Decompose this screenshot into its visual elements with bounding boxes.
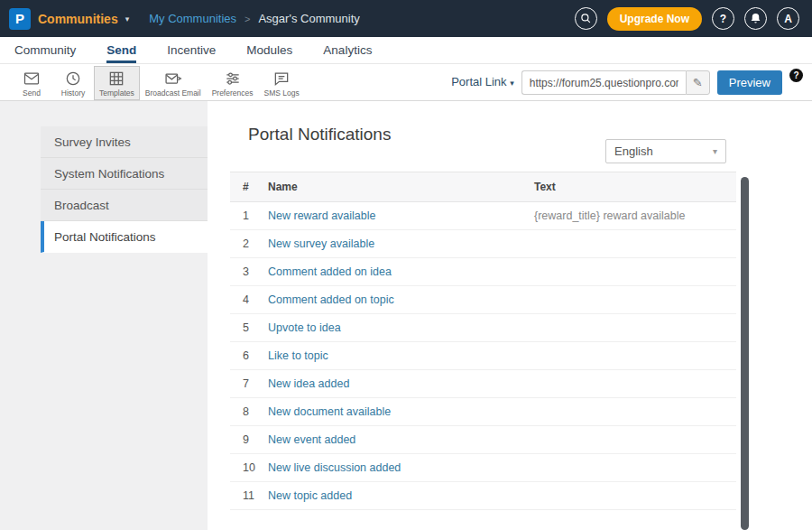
table-row: 11New topic added [230,482,736,510]
toolbar-item-sms-logs[interactable]: SMS Logs [258,66,304,100]
notification-name-link[interactable]: New document available [268,405,534,418]
product-switcher[interactable]: P Communities ▾ [0,0,143,37]
send-toolbar: SendHistoryTemplatesBroadcast EmailPrefe… [0,64,812,101]
notification-text: {reward_title} reward available [534,209,736,222]
tab-modules[interactable]: Modules [246,43,292,63]
row-number: 5 [230,321,268,334]
table-row: 10New live discussion added [230,454,736,482]
notification-name-link[interactable]: Upvote to idea [268,321,534,334]
broadcast-email-icon [164,70,182,88]
table-row: 4Comment added on topic [230,286,736,314]
preview-button[interactable]: Preview [717,70,782,95]
pencil-icon: ✎ [693,76,703,89]
toolbar-item-templates[interactable]: Templates [94,66,140,100]
table-body: 1New reward available{reward_title} rewa… [230,202,736,510]
table-row: 6Like to topic [230,342,736,370]
vertical-scrollbar-thumb[interactable] [741,177,749,530]
product-name: Communities [38,12,118,26]
send-mail-icon [23,70,41,88]
search-button[interactable] [575,7,597,30]
chevron-down-icon: ▾ [125,14,130,23]
page-title: Portal Notifications [248,125,812,144]
tab-analytics[interactable]: Analytics [323,43,372,63]
breadcrumb-parent-link[interactable]: My Communities [149,12,236,25]
column-header-name: Name [268,181,534,193]
table-row: 9New event added [230,426,736,454]
sms-logs-icon [272,70,291,88]
notification-name-link[interactable]: New reward available [268,209,534,222]
topbar-actions: Upgrade Now ? A [575,7,812,31]
sidebar-item-system-notifications[interactable]: System Notifications [41,158,208,190]
edit-url-button[interactable]: ✎ [686,70,710,95]
content-area: Survey InvitesSystem NotificationsBroadc… [0,101,812,530]
table-row: 7New idea added [230,370,736,398]
toolbar-right: Portal Link ▾ ✎ Preview ? [451,66,803,95]
tab-incentive[interactable]: Incentive [167,43,216,63]
notifications-sidebar: Survey InvitesSystem NotificationsBroadc… [41,101,208,530]
preview-help-badge[interactable]: ? [789,69,803,82]
row-number: 2 [230,237,268,250]
toolbar-items: SendHistoryTemplatesBroadcast EmailPrefe… [11,66,305,100]
notifications-table: #NameText 1New reward available{reward_t… [230,172,736,510]
sidebar-item-survey-invites[interactable]: Survey Invites [41,126,208,158]
preferences-icon [224,70,242,88]
row-number: 6 [230,349,268,362]
help-button[interactable]: ? [712,7,734,30]
row-number: 10 [230,461,268,474]
portal-link-dropdown[interactable]: Portal Link ▾ [451,75,514,88]
language-selected-value: English [614,144,653,158]
row-number: 3 [230,265,268,278]
toolbar-item-preferences[interactable]: Preferences [207,66,259,100]
toolbar-item-send[interactable]: Send [11,66,52,100]
notification-name-link[interactable]: New live discussion added [268,461,534,474]
notification-name-link[interactable]: New event added [268,433,534,446]
portal-notifications-panel: Portal Notifications English ▾ #NameText… [208,101,812,530]
column-header--: # [230,181,268,193]
sidebar-item-portal-notifications[interactable]: Portal Notifications [41,221,208,253]
notifications-button[interactable] [744,7,767,30]
templates-icon [107,70,125,88]
portal-url-group: ✎ [521,70,710,95]
column-header-text: Text [534,181,736,193]
tab-send[interactable]: Send [106,43,136,63]
notification-name-link[interactable]: New survey available [268,237,534,250]
row-number: 11 [230,489,268,502]
notification-name-link[interactable]: New topic added [268,489,534,502]
tab-community[interactable]: Community [14,43,76,63]
table-row: 5Upvote to idea [230,314,736,342]
avatar[interactable]: A [777,7,799,30]
table-row: 3Comment added on idea [230,258,736,286]
toolbar-item-label: Preferences [212,88,254,98]
sidebar-item-broadcast[interactable]: Broadcast [41,190,208,221]
table-row: 1New reward available{reward_title} rewa… [230,202,736,230]
bell-icon [749,12,762,25]
toolbar-item-label: Send [23,88,41,98]
breadcrumb-separator: > [245,14,250,24]
toolbar-item-label: History [61,88,85,98]
notification-name-link[interactable]: Like to topic [268,349,534,362]
history-icon [64,70,82,88]
chevron-down-icon: ▾ [510,79,514,88]
questionpro-logo: P [9,8,31,30]
toolbar-item-history[interactable]: History [52,66,94,100]
row-number: 4 [230,293,268,306]
row-number: 8 [230,405,268,418]
notification-name-link[interactable]: Comment added on idea [268,265,534,278]
toolbar-item-label: SMS Logs [263,88,299,98]
table-header-row: #NameText [230,172,736,202]
toolbar-item-broadcast-email[interactable]: Broadcast Email [140,66,207,100]
chevron-down-icon: ▾ [713,146,717,156]
table-row: 8New document available [230,398,736,426]
notification-name-link[interactable]: Comment added on topic [268,293,534,306]
breadcrumb: My Communities > Asgar's Community [149,12,360,25]
language-select[interactable]: English ▾ [605,139,726,163]
toolbar-item-label: Templates [99,88,134,98]
row-number: 9 [230,433,268,446]
notification-name-link[interactable]: New idea added [268,377,534,390]
toolbar-item-label: Broadcast Email [145,88,201,98]
portal-url-input[interactable] [521,70,686,95]
row-number: 1 [230,209,268,222]
upgrade-now-button[interactable]: Upgrade Now [607,7,702,31]
breadcrumb-current: Asgar's Community [258,12,359,25]
nav-tabs: CommunitySendIncentiveModulesAnalytics [0,37,812,64]
